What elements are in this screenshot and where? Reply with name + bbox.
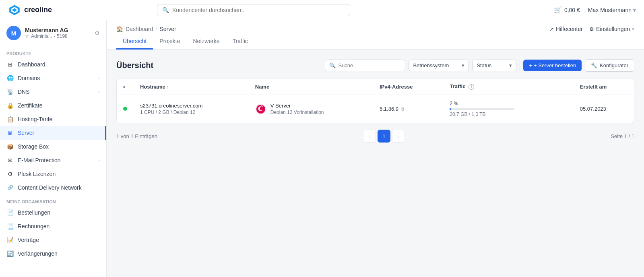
sidebar-item-cdn[interactable]: 🔗 Content Delivery Network bbox=[0, 181, 106, 194]
rechnungen-icon: 📃 bbox=[6, 223, 14, 229]
server-bestellen-button[interactable]: + + Server bestellen bbox=[523, 60, 582, 71]
debian-icon bbox=[255, 103, 266, 115]
cdn-icon: 🔗 bbox=[6, 185, 14, 190]
chevron-right-icon: › bbox=[98, 158, 100, 163]
logo[interactable]: creoline bbox=[8, 4, 52, 17]
table-search[interactable]: 🔍 bbox=[325, 60, 405, 71]
entries-count: 1 von 1 Einträgen bbox=[116, 133, 157, 139]
pagination-buttons: ‹ 1 › bbox=[363, 130, 405, 143]
sidebar-item-label: Rechnungen bbox=[18, 223, 50, 229]
home-icon: 🏠 bbox=[116, 26, 123, 32]
sidebar-item-dashboard[interactable]: ⊞ Dashboard bbox=[0, 58, 106, 71]
hostname-sub: 1 CPU / 2 GB / Debian 12 bbox=[140, 110, 242, 115]
col-created: Erstellt am bbox=[574, 79, 634, 95]
sidebar-item-label: Zertifikate bbox=[18, 102, 42, 109]
dashboard-icon: ⊞ bbox=[6, 61, 14, 68]
sidebar-item-zertifikate[interactable]: 🔒 Zertifikate bbox=[0, 99, 106, 112]
user-settings-icon[interactable]: ⚙ bbox=[95, 30, 100, 36]
sidebar-item-label: Server bbox=[18, 130, 34, 136]
tab-ubersicht[interactable]: Übersicht bbox=[116, 34, 153, 50]
copy-icon[interactable]: ⧉ bbox=[401, 106, 405, 112]
domains-icon: 🌐 bbox=[6, 75, 14, 81]
table-row[interactable]: s23731.creolineserver.com 1 CPU / 2 GB /… bbox=[117, 95, 634, 123]
sidebar-item-verlaengerungen[interactable]: 🔄 Verlängerungen bbox=[0, 247, 106, 260]
sidebar-item-label: Domains bbox=[18, 75, 40, 81]
sidebar-item-bestellungen[interactable]: 📄 Bestellungen bbox=[0, 206, 106, 219]
sidebar-item-server[interactable]: 🖥 Server bbox=[0, 126, 106, 140]
page-info: Seite 1 / 1 bbox=[611, 133, 634, 139]
chevron-down-icon: ▾ bbox=[632, 27, 634, 32]
filter-label: Betriebssystem bbox=[413, 62, 449, 68]
name-cell: V-Server Debian 12 Vorinstallation bbox=[249, 95, 373, 123]
tab-projekte[interactable]: Projekte bbox=[153, 34, 186, 50]
breadcrumb-current: Server bbox=[159, 26, 176, 32]
col-name: Name bbox=[249, 79, 373, 95]
status-filter[interactable]: Status ▾ bbox=[472, 60, 516, 71]
section-organisation: MEINE ORGANISATION bbox=[0, 194, 106, 206]
zertifikate-icon: 🔒 bbox=[6, 102, 14, 109]
vertraege-icon: 📝 bbox=[6, 237, 14, 243]
breadcrumb: 🏠 Dashboard / Server bbox=[116, 20, 176, 32]
dns-icon: 📡 bbox=[6, 89, 14, 95]
konfigurator-button[interactable]: 🔧 Konfigurator bbox=[585, 59, 634, 72]
global-search[interactable]: 🔍 bbox=[157, 4, 350, 16]
sidebar-item-plesk[interactable]: ⚙ Plesk Lizenzen bbox=[0, 167, 106, 181]
cart-amount: 0,00 € bbox=[564, 7, 580, 13]
chevron-down-icon: ▾ bbox=[633, 7, 636, 13]
sidebar-item-rechnungen[interactable]: 📃 Rechnungen bbox=[0, 219, 106, 233]
hostname-cell: s23731.creolineserver.com 1 CPU / 2 GB /… bbox=[134, 95, 249, 123]
server-icon: 🖥 bbox=[6, 130, 14, 136]
tab-traffic[interactable]: Traffic bbox=[226, 34, 254, 50]
breadcrumb-dashboard[interactable]: Dashboard bbox=[126, 26, 153, 32]
server-table: • Hostname ↑ Name IPv4-Adresse Traffic i… bbox=[116, 78, 634, 123]
info-icon[interactable]: i bbox=[469, 84, 474, 90]
sidebar-item-label: Content Delivery Network bbox=[18, 184, 82, 191]
external-link-icon: ↗ bbox=[549, 26, 554, 32]
ipv4-cell: 5.1.86.9 ⧉ bbox=[373, 95, 443, 123]
sidebar: M Mustermann AG ☆ Adminis... · 5198 ⚙ PR… bbox=[0, 20, 107, 277]
page-1-button[interactable]: 1 bbox=[378, 130, 390, 143]
pagination: 1 von 1 Einträgen ‹ 1 › Seite 1 / 1 bbox=[116, 130, 634, 143]
search-icon: 🔍 bbox=[162, 7, 169, 13]
col-traffic: Traffic i bbox=[443, 79, 573, 95]
sidebar-item-label: Plesk Lizenzen bbox=[18, 171, 56, 177]
sidebar-item-vertraege[interactable]: 📝 Verträge bbox=[0, 233, 106, 247]
search-input[interactable] bbox=[172, 7, 345, 13]
chevron-right-icon: › bbox=[98, 76, 100, 81]
table: • Hostname ↑ Name IPv4-Adresse Traffic i… bbox=[117, 79, 634, 123]
sidebar-item-dns[interactable]: 📡 DNS › bbox=[0, 85, 106, 99]
sidebar-item-email-protection[interactable]: ✉ E-Mail Protection › bbox=[0, 153, 106, 167]
hilfecenter-link[interactable]: ↗ Hilfecenter bbox=[549, 26, 583, 32]
plus-icon: + bbox=[529, 62, 532, 68]
tab-netzwerke[interactable]: Netzwerke bbox=[187, 34, 226, 50]
sidebar-item-label: Verträge bbox=[18, 237, 39, 243]
logo-icon bbox=[8, 4, 21, 17]
next-page-button[interactable]: › bbox=[392, 130, 405, 143]
prev-page-button[interactable]: ‹ bbox=[363, 130, 376, 143]
betriebssystem-filter[interactable]: Betriebssystem ▾ bbox=[409, 60, 469, 71]
sidebar-item-hosting[interactable]: 📋 Hosting-Tarife bbox=[0, 112, 106, 126]
server-name: V-Server bbox=[270, 103, 324, 109]
chevron-down-icon: ▾ bbox=[462, 62, 464, 68]
cart-area[interactable]: 🛒 0,00 € bbox=[554, 6, 580, 14]
sort-icon: ↑ bbox=[167, 85, 169, 89]
user-menu[interactable]: Max Mustermann ▾ bbox=[588, 7, 636, 13]
top-navigation: creoline 🔍 🛒 0,00 € Max Mustermann ▾ bbox=[0, 0, 644, 20]
user-name: Max Mustermann bbox=[588, 7, 632, 13]
chevron-right-icon: › bbox=[98, 89, 100, 94]
status-cell bbox=[117, 95, 134, 123]
sidebar-item-label: Hosting-Tarife bbox=[18, 116, 52, 122]
sidebar-item-domains[interactable]: 🌐 Domains › bbox=[0, 71, 106, 85]
col-hostname[interactable]: Hostname ↑ bbox=[134, 79, 249, 95]
section-produkte: PRODUKTE bbox=[0, 46, 106, 58]
traffic-cell: 2 % 20,7 GB / 1,0 TB bbox=[443, 95, 573, 123]
sidebar-item-storage-box[interactable]: 📦 Storage Box bbox=[0, 140, 106, 153]
col-ipv4: IPv4-Adresse bbox=[373, 79, 443, 95]
page-title: Übersicht bbox=[116, 61, 153, 70]
status-badge bbox=[123, 107, 127, 111]
user-role: ☆ Adminis... · 5198 bbox=[25, 33, 91, 39]
cart-icon: 🛒 bbox=[554, 6, 562, 14]
logo-text: creoline bbox=[24, 6, 52, 14]
table-search-input[interactable] bbox=[338, 62, 401, 68]
einstellungen-button[interactable]: ⚙ Einstellungen ▾ bbox=[589, 26, 634, 32]
